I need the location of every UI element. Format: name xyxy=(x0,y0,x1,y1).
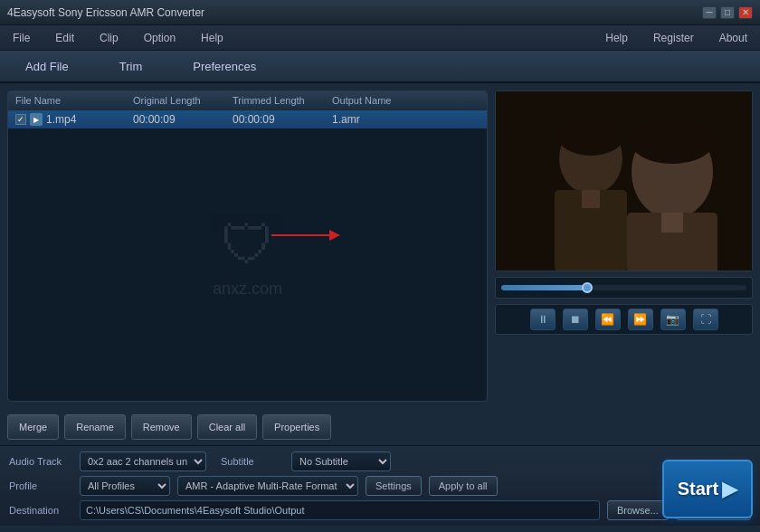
col-trimmed: Trimmed Length xyxy=(233,95,332,106)
bottom-wrapper: Audio Track 0x2 aac 2 channels und Subti… xyxy=(0,445,760,526)
arrow-overlay xyxy=(271,226,344,247)
preferences-button[interactable]: Preferences xyxy=(185,56,263,77)
properties-button[interactable]: Properties xyxy=(262,414,331,440)
start-label: Start xyxy=(678,479,719,499)
destination-row: Destination Browse... Open Folder xyxy=(9,500,751,520)
audio-subtitle-row: Audio Track 0x2 aac 2 channels und Subti… xyxy=(9,451,751,471)
watermark: 🛡 anxz.com xyxy=(213,214,282,299)
col-original: Original Length xyxy=(133,95,233,106)
menubar: File Edit Clip Option Help Help Register… xyxy=(0,25,760,51)
output-name: 1.amr xyxy=(332,113,480,126)
start-panel: Start ▶ xyxy=(662,460,753,518)
apply-to-all-button[interactable]: Apply to all xyxy=(429,476,498,496)
table-row[interactable]: ✓ ▶ 1.mp4 00:00:09 00:00:09 1.amr xyxy=(8,110,487,128)
destination-label: Destination xyxy=(9,505,72,516)
file-list-header: File Name Original Length Trimmed Length… xyxy=(8,91,487,110)
pause-button[interactable]: ⏸ xyxy=(530,309,556,330)
controls-bar: ⏸ ⏹ ⏪ ⏩ 📷 ⛶ xyxy=(495,304,753,335)
menu-help-right[interactable]: Help xyxy=(600,30,633,46)
subtitle-label: Subtitle xyxy=(221,456,284,467)
trimmed-length: 00:00:09 xyxy=(233,113,332,126)
rename-button[interactable]: Rename xyxy=(64,414,126,440)
audio-track-select[interactable]: 0x2 aac 2 channels und xyxy=(80,451,206,471)
original-length: 00:00:09 xyxy=(133,113,233,126)
file-name: 1.mp4 xyxy=(46,113,76,126)
action-bar: Merge Rename Remove Clear all Properties xyxy=(0,409,760,445)
remove-button[interactable]: Remove xyxy=(131,414,192,440)
col-filename: File Name xyxy=(15,95,133,106)
watermark-icon: 🛡 xyxy=(213,214,282,276)
toolbar: Add File Trim Preferences xyxy=(0,51,760,83)
menu-edit[interactable]: Edit xyxy=(50,30,80,46)
settings-button[interactable]: Settings xyxy=(366,476,422,496)
stop-button[interactable]: ⏹ xyxy=(563,309,588,330)
watermark-text: anxz.com xyxy=(213,280,282,299)
seekbar-track[interactable] xyxy=(501,285,746,290)
menu-about[interactable]: About xyxy=(714,30,753,46)
red-arrow-icon xyxy=(271,226,344,244)
menu-right-group: Help Register About xyxy=(600,30,753,46)
rewind-button[interactable]: ⏪ xyxy=(595,309,621,330)
audio-track-label: Audio Track xyxy=(9,456,72,467)
menu-file[interactable]: File xyxy=(7,30,35,46)
start-button[interactable]: Start ▶ xyxy=(662,460,753,518)
titlebar: 4Easysoft Sony Ericsson AMR Converter ─ … xyxy=(0,0,760,25)
screenshot-button[interactable]: 📷 xyxy=(660,309,686,330)
menu-register[interactable]: Register xyxy=(648,30,699,46)
profile-row: Profile All Profiles AMR - Adaptive Mult… xyxy=(9,476,751,496)
svg-rect-12 xyxy=(496,91,752,271)
app-title: 4Easysoft Sony Ericsson AMR Converter xyxy=(7,6,204,19)
menu-option[interactable]: Option xyxy=(138,30,181,46)
main-area: File Name Original Length Trimmed Length… xyxy=(0,83,760,409)
seekbar-thumb[interactable] xyxy=(582,282,593,293)
col-output: Output Name xyxy=(332,95,480,106)
row-checkbox[interactable]: ✓ xyxy=(15,114,26,125)
profile-select[interactable]: All Profiles xyxy=(80,476,170,496)
destination-path[interactable] xyxy=(80,500,600,520)
seekbar-container[interactable] xyxy=(495,277,753,299)
preview-image xyxy=(496,91,752,271)
window-controls: ─ □ ✕ xyxy=(702,6,753,19)
settings-bar: Audio Track 0x2 aac 2 channels und Subti… xyxy=(0,445,760,526)
start-arrow-icon: ▶ xyxy=(722,478,737,501)
minimize-button[interactable]: ─ xyxy=(702,6,717,19)
file-list-panel: File Name Original Length Trimmed Length… xyxy=(7,90,488,402)
file-icon: ▶ xyxy=(30,113,43,126)
preview-panel: ⏸ ⏹ ⏪ ⏩ 📷 ⛶ xyxy=(495,90,753,402)
seekbar-fill xyxy=(501,285,587,290)
format-select[interactable]: AMR - Adaptive Multi-Rate Format (*.amr xyxy=(177,476,358,496)
trim-button[interactable]: Trim xyxy=(112,56,150,77)
preview-frame-svg xyxy=(496,91,752,271)
add-file-button[interactable]: Add File xyxy=(18,56,76,77)
video-preview xyxy=(495,90,753,271)
merge-button[interactable]: Merge xyxy=(7,414,59,440)
browse-button[interactable]: Browse... xyxy=(607,500,669,520)
menu-clip[interactable]: Clip xyxy=(94,30,124,46)
maximize-button[interactable]: □ xyxy=(720,6,735,19)
subtitle-select[interactable]: No Subtitle xyxy=(291,451,391,471)
clear-all-button[interactable]: Clear all xyxy=(197,414,257,440)
file-list-body: ✓ ▶ 1.mp4 00:00:09 00:00:09 1.amr 🛡 anxz… xyxy=(8,110,487,401)
fullscreen-button[interactable]: ⛶ xyxy=(693,309,718,330)
fast-forward-button[interactable]: ⏩ xyxy=(628,309,653,330)
close-button[interactable]: ✕ xyxy=(738,6,753,19)
menu-help[interactable]: Help xyxy=(195,30,229,46)
profile-label: Profile xyxy=(9,480,72,491)
